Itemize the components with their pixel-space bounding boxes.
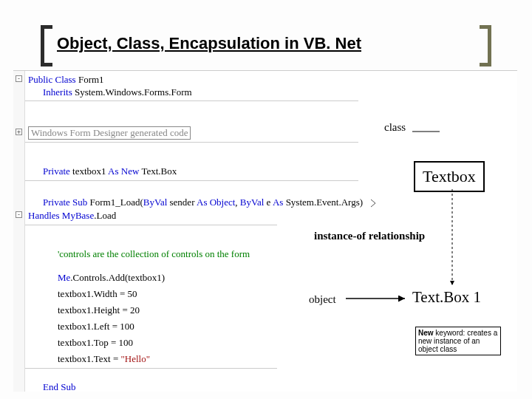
- fold-toggle[interactable]: +: [16, 129, 22, 135]
- new-keyword-note: New keyword: creates a new instance of a…: [415, 327, 501, 355]
- code-line: textbox1.Height = 20: [58, 304, 140, 316]
- code-line: Private Sub Form1_Load(ByVal sender As O…: [43, 197, 363, 208]
- bracket-right: [480, 25, 491, 66]
- page-title: Object, Class, Encapsulation in VB. Net: [57, 34, 361, 53]
- code-line: Inherits System.Windows.Forms.Form: [43, 86, 192, 98]
- object-instance-box: Text.Box 1: [412, 288, 481, 307]
- code-line: Me.Controls.Add(textbox1): [58, 272, 165, 284]
- separator: [25, 368, 277, 369]
- code-line: textbox1.Top = 100: [58, 337, 133, 349]
- code-line: textbox1.Width = 50: [58, 288, 137, 300]
- code-line: textbox1.Text = "Hello": [58, 353, 150, 365]
- code-line: textbox1.Left = 100: [58, 321, 134, 332]
- code-line: Handles MyBase.Load: [28, 210, 116, 222]
- fold-toggle[interactable]: -: [16, 211, 22, 218]
- code-comment: 'controls are the collection of controls…: [58, 248, 250, 260]
- separator: [25, 225, 277, 225]
- object-label: object: [309, 293, 336, 306]
- code-line: Private textbox1 As New Text.Box: [43, 166, 177, 177]
- bracket-left: [41, 25, 52, 66]
- fold-toggle[interactable]: -: [16, 75, 22, 82]
- textbox-class-box: Textbox: [414, 161, 485, 192]
- code-gutter: [13, 71, 25, 392]
- title-bar: Object, Class, Encapsulation in VB. Net: [41, 30, 491, 66]
- separator: [25, 142, 358, 143]
- class-label: class: [384, 121, 406, 134]
- code-line: Windows Form Designer generated code: [28, 126, 191, 140]
- separator: [25, 100, 358, 101]
- code-line: Public Class Form1: [28, 74, 104, 86]
- separator: [25, 180, 358, 181]
- code-line: End Sub: [43, 381, 75, 393]
- instance-label: instance-of relationship: [314, 230, 425, 242]
